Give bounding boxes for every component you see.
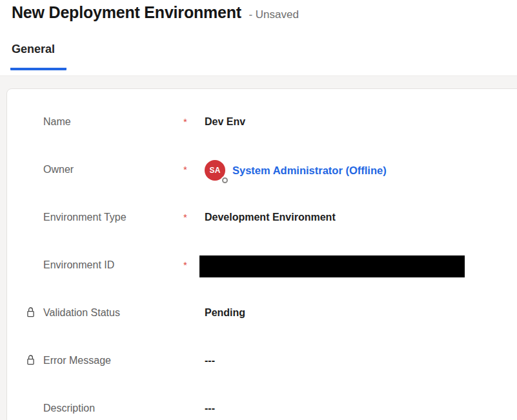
field-value-error-message[interactable]: ---: [205, 354, 517, 367]
field-row-environment-type: Environment Type*Development Environment: [26, 211, 517, 259]
unsaved-status-badge: - Unsaved: [248, 8, 298, 21]
lock-spacer: [26, 402, 43, 403]
field-value-owner[interactable]: SASystem Administrator (Offline): [205, 160, 517, 181]
field-value-environment-type[interactable]: Development Environment: [205, 211, 517, 224]
required-spacer: [183, 306, 205, 307]
field-label-description: Description: [43, 402, 183, 415]
field-row-environment-id: Environment ID*: [26, 259, 517, 306]
tab-general[interactable]: General: [10, 43, 66, 70]
form-fields: Name*Dev EnvOwner*SASystem Administrator…: [26, 115, 517, 420]
owner-lookup-link[interactable]: System Administrator (Offline): [232, 164, 387, 177]
field-value-environment-id[interactable]: [205, 259, 517, 277]
field-label-owner: Owner: [43, 163, 183, 176]
field-row-description: Description---: [26, 402, 517, 420]
required-asterisk: *: [183, 211, 205, 223]
general-section-card: Name*Dev EnvOwner*SASystem Administrator…: [6, 88, 517, 420]
page-title: New Deployment Environment: [12, 3, 241, 21]
lock-spacer: [26, 211, 43, 212]
lock-icon: [26, 354, 43, 365]
form-body-background: Name*Dev EnvOwner*SASystem Administrator…: [0, 75, 517, 420]
field-row-owner: Owner*SASystem Administrator (Offline): [26, 163, 517, 211]
lock-icon: [26, 306, 43, 317]
required-asterisk: *: [183, 163, 205, 175]
required-asterisk: *: [183, 115, 205, 128]
field-row-error-message: Error Message---: [26, 354, 517, 402]
redacted-environment-id-value: [199, 255, 465, 277]
field-label-environment-id: Environment ID: [43, 259, 183, 272]
field-row-validation-status: Validation StatusPending: [26, 306, 517, 354]
field-value-name[interactable]: Dev Env: [205, 115, 517, 128]
field-value-description[interactable]: ---: [205, 402, 517, 415]
required-spacer: [183, 354, 205, 355]
lock-spacer: [26, 163, 43, 164]
field-row-name: Name*Dev Env: [26, 115, 517, 163]
lock-spacer: [26, 115, 43, 116]
field-label-validation-status: Validation Status: [43, 306, 183, 319]
field-label-error-message: Error Message: [43, 354, 183, 367]
owner-avatar: SA: [205, 160, 225, 181]
lock-spacer: [26, 259, 43, 259]
tab-bar: General: [12, 43, 66, 70]
form-header: New Deployment Environment - Unsaved: [12, 3, 299, 22]
required-spacer: [183, 402, 205, 403]
presence-offline-icon: [222, 177, 228, 183]
avatar-initials: SA: [209, 164, 220, 177]
field-label-name: Name: [43, 115, 183, 128]
field-value-validation-status[interactable]: Pending: [205, 306, 517, 319]
field-label-environment-type: Environment Type: [43, 211, 183, 224]
